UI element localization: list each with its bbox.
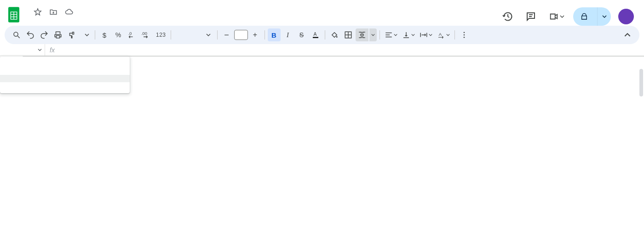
menu-help[interactable] — [91, 19, 98, 23]
font-family-select[interactable] — [174, 28, 214, 41]
menu-edit[interactable] — [33, 19, 40, 23]
chevron-down-icon — [206, 33, 211, 37]
name-box[interactable] — [2, 44, 45, 56]
chevron-down-icon — [411, 33, 415, 37]
merge-cells-button[interactable] — [356, 28, 368, 41]
comments-icon[interactable] — [522, 7, 540, 26]
increase-decimal-icon[interactable]: .00 — [139, 28, 153, 41]
svg-text:.00: .00 — [141, 31, 147, 36]
separator — [380, 30, 380, 40]
menu-format[interactable] — [58, 19, 65, 23]
menu-data[interactable] — [66, 19, 74, 23]
bold-button[interactable]: B — [268, 28, 281, 41]
svg-point-25 — [463, 37, 465, 38]
redo-icon[interactable] — [38, 28, 51, 41]
svg-text:A: A — [438, 32, 442, 37]
svg-point-7 — [14, 32, 18, 36]
paint-format-icon[interactable] — [65, 28, 78, 41]
share-dropdown[interactable] — [597, 7, 611, 26]
formula-bar: fx — [0, 44, 644, 56]
percent-icon[interactable]: % — [112, 28, 125, 41]
svg-point-23 — [463, 32, 465, 33]
separator — [217, 30, 218, 40]
menu-file[interactable] — [25, 19, 32, 23]
borders-button[interactable] — [342, 28, 355, 41]
merge-vertically-item[interactable] — [0, 68, 130, 75]
menu-extensions[interactable] — [83, 19, 90, 23]
lock-icon — [581, 13, 588, 20]
meet-icon[interactable] — [545, 7, 569, 26]
svg-text:.0: .0 — [128, 31, 132, 36]
svg-rect-12 — [313, 37, 318, 38]
strikethrough-button[interactable]: S — [295, 28, 308, 41]
star-icon[interactable] — [31, 6, 44, 18]
share-button[interactable] — [573, 7, 611, 26]
merge-horizontally-item[interactable] — [0, 75, 130, 82]
separator — [454, 30, 455, 40]
chevron-down-icon — [429, 33, 432, 37]
decrease-decimal-icon[interactable]: .0 — [126, 28, 138, 41]
separator — [171, 30, 171, 40]
account-avatar[interactable] — [618, 9, 634, 24]
separator — [264, 30, 265, 40]
separator — [325, 30, 325, 40]
merge-menu-popup — [0, 56, 130, 93]
toolbar-more-icon[interactable] — [458, 28, 471, 41]
separator — [95, 30, 95, 40]
vertical-align-button[interactable] — [400, 28, 417, 41]
svg-text:A: A — [313, 31, 316, 37]
increase-font-icon[interactable]: + — [249, 28, 262, 41]
fill-color-button[interactable] — [328, 28, 341, 41]
text-color-button[interactable]: A — [309, 28, 322, 41]
toolbar: $ % .0 .00 123 − + B I S A A — [5, 26, 639, 44]
svg-point-24 — [463, 34, 465, 36]
document-title[interactable] — [25, 11, 29, 13]
italic-button[interactable]: I — [282, 28, 294, 41]
sheets-logo-icon[interactable] — [5, 4, 23, 26]
more-formats-icon[interactable]: 123 — [154, 28, 168, 41]
menu-tools[interactable] — [75, 19, 82, 23]
unmerge-item[interactable] — [0, 82, 130, 90]
text-wrap-button[interactable] — [418, 28, 434, 41]
currency-icon[interactable]: $ — [98, 28, 111, 41]
horizontal-align-button[interactable] — [383, 28, 399, 41]
scrollbar-vertical[interactable] — [639, 69, 643, 96]
chevron-down-icon — [85, 33, 89, 37]
search-menus-icon[interactable] — [10, 28, 23, 41]
fx-icon: fx — [45, 46, 59, 54]
menu-view[interactable] — [41, 19, 49, 23]
decrease-font-icon[interactable]: − — [220, 28, 233, 41]
font-size-input[interactable] — [234, 30, 248, 40]
title-block — [25, 4, 499, 26]
history-icon[interactable] — [499, 7, 517, 26]
print-icon[interactable] — [52, 28, 64, 41]
chevron-down-icon — [371, 33, 375, 37]
chevron-down-icon — [38, 48, 42, 52]
zoom-select[interactable] — [79, 28, 92, 41]
undo-icon[interactable] — [24, 28, 37, 41]
merge-all-item[interactable] — [0, 60, 130, 68]
chevron-down-icon — [446, 33, 450, 37]
move-icon[interactable] — [47, 6, 60, 18]
merge-cells-dropdown[interactable] — [369, 28, 377, 41]
chevron-down-icon — [394, 33, 397, 37]
chevron-down-icon — [560, 14, 564, 19]
svg-line-8 — [17, 36, 20, 38]
header — [0, 0, 644, 26]
chevron-down-icon — [602, 14, 607, 19]
collapse-toolbar-icon[interactable] — [621, 28, 634, 41]
text-rotation-button[interactable]: A — [435, 28, 452, 41]
menu-insert[interactable] — [50, 19, 57, 23]
cloud-status-icon[interactable] — [63, 6, 75, 18]
